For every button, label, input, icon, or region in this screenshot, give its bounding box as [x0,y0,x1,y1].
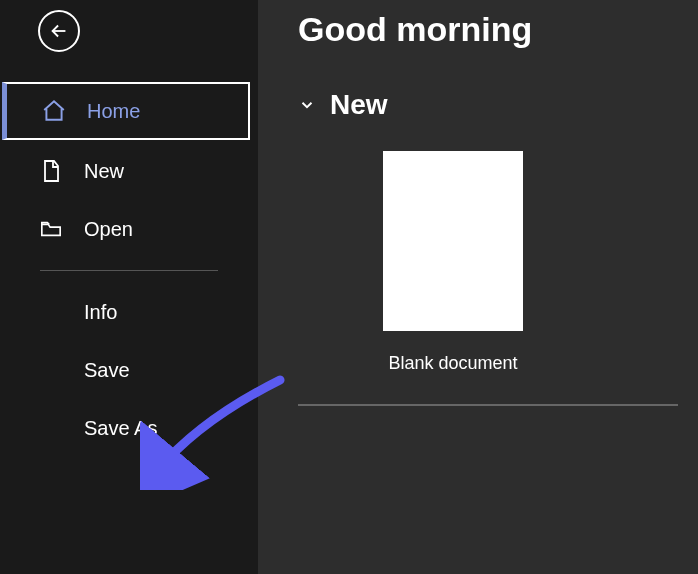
sidebar-item-label: Save As [84,417,157,440]
section-new-toggle[interactable]: New [298,89,678,121]
sidebar-item-label: New [84,160,124,183]
back-button[interactable] [38,10,80,52]
sidebar-item-open[interactable]: Open [0,200,258,258]
arrow-left-icon [46,18,72,44]
sidebar-item-new[interactable]: New [0,142,258,200]
greeting-title: Good morning [298,10,678,49]
sidebar-item-save-as[interactable]: Save As [0,399,258,457]
file-menu-sidebar: Home New Open Info Save Save As [0,0,258,574]
section-divider [298,404,678,406]
sidebar-item-label: Home [87,100,140,123]
template-blank-document[interactable] [383,151,523,331]
chevron-down-icon [298,96,316,114]
sidebar-item-label: Open [84,218,133,241]
folder-open-icon [38,216,64,242]
template-label: Blank document [388,353,517,374]
sidebar-item-save[interactable]: Save [0,341,258,399]
sidebar-item-home[interactable]: Home [2,82,250,140]
sidebar-item-info[interactable]: Info [0,283,258,341]
home-icon [41,98,67,124]
main-pane: Good morning New Blank document [258,0,698,574]
document-icon [38,158,64,184]
sidebar-item-label: Save [84,359,130,382]
sidebar-divider [40,270,218,271]
section-title-new: New [330,89,388,121]
sidebar-item-label: Info [84,301,117,324]
template-gallery: Blank document [368,151,538,374]
